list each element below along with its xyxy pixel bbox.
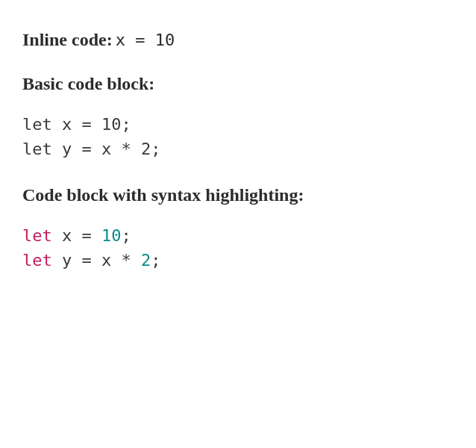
token-space xyxy=(92,226,101,245)
code-line: let x = 10; xyxy=(22,112,454,137)
highlighted-code-block: let x = 10;let y = x * 2; xyxy=(22,223,454,273)
basic-code-block: let x = 10;let y = x * 2; xyxy=(22,112,454,161)
token-space xyxy=(52,226,62,245)
token-punct: = xyxy=(82,226,92,245)
token-punct: ; xyxy=(122,226,131,245)
token-keyword: let xyxy=(22,226,52,245)
token-space xyxy=(92,251,101,270)
token-punct: ; xyxy=(151,251,160,270)
code-line: let y = x * 2; xyxy=(22,248,454,273)
token-space xyxy=(52,251,62,270)
token-punct: * xyxy=(122,251,131,270)
token-punct: = xyxy=(82,251,92,270)
inline-code-value: x = 10 xyxy=(116,31,175,49)
token-keyword: let xyxy=(22,251,52,270)
basic-code-block-section: Basic code block: let x = 10;let y = x *… xyxy=(22,74,454,161)
token-ident: y xyxy=(62,251,72,270)
inline-code-heading: Inline code: xyxy=(22,30,113,49)
highlighted-code-block-heading: Code block with syntax highlighting: xyxy=(22,185,304,205)
basic-code-block-heading: Basic code block: xyxy=(22,74,154,93)
highlighted-code-block-section: Code block with syntax highlighting: let… xyxy=(22,185,454,273)
token-number: 2 xyxy=(141,251,151,270)
token-space xyxy=(131,251,141,270)
code-line: let y = x * 2; xyxy=(22,137,454,161)
token-ident: x xyxy=(101,251,111,270)
token-space xyxy=(111,251,121,270)
token-space xyxy=(72,226,81,245)
token-number: 10 xyxy=(101,226,122,245)
token-space xyxy=(72,251,81,270)
code-line: let x = 10; xyxy=(22,223,454,248)
token-ident: x xyxy=(62,226,72,245)
inline-code-section: Inline code: x = 10 xyxy=(22,30,454,50)
